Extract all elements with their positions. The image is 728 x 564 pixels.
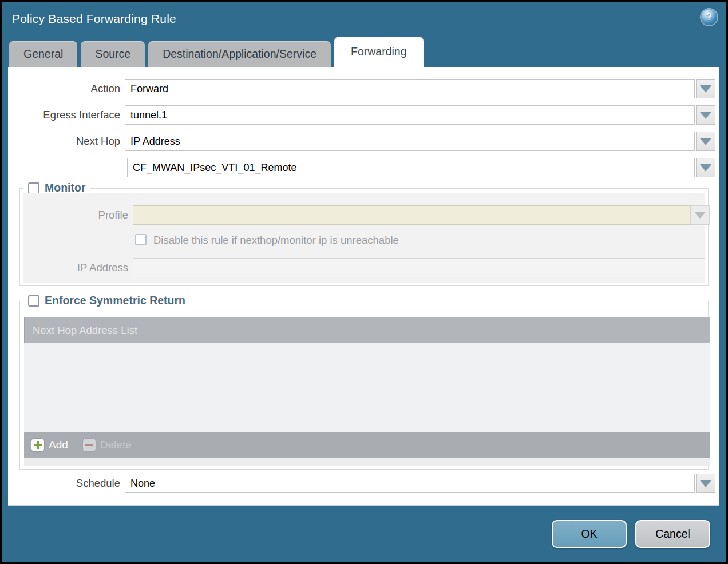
chevron-down-icon xyxy=(700,138,711,145)
symmetric-return-group: Enforce Symmetric Return Next Hop Addres… xyxy=(19,301,709,470)
monitor-profile-dropdown-trigger xyxy=(690,205,710,225)
tab-general[interactable]: General xyxy=(9,41,77,67)
monitor-checkbox[interactable] xyxy=(28,182,39,194)
chevron-down-icon xyxy=(700,164,711,171)
grid-horizontal-scrollbar[interactable] xyxy=(24,458,710,466)
egress-interface-dropdown-trigger[interactable] xyxy=(696,105,715,125)
tab-destination-application-service[interactable]: Destination/Application/Service xyxy=(148,41,331,67)
symmetric-return-group-label: Enforce Symmetric Return xyxy=(45,294,185,307)
enforce-symmetric-return-checkbox[interactable] xyxy=(28,295,39,307)
chevron-down-icon xyxy=(700,85,711,92)
next-hop-address-combobox[interactable]: CF_MWAN_IPsec_VTI_01_Remote xyxy=(127,158,695,177)
chevron-down-icon xyxy=(700,112,711,118)
action-dropdown-trigger[interactable] xyxy=(696,79,715,98)
grid-column-header[interactable]: Next Hop Address List xyxy=(24,317,710,343)
minus-icon xyxy=(83,439,96,451)
egress-interface-label: Egress Interface xyxy=(8,105,120,125)
action-label: Action xyxy=(8,79,120,98)
schedule-combobox[interactable]: None xyxy=(125,474,695,493)
add-button[interactable]: Add xyxy=(31,439,68,451)
disable-rule-label: Disable this rule if nexthop/monitor ip … xyxy=(153,233,399,247)
help-icon[interactable]: ? xyxy=(701,9,717,25)
tab-bar: General Source Destination/Application/S… xyxy=(9,37,424,67)
monitor-profile-combobox xyxy=(133,205,690,225)
dialog-title: Policy Based Forwarding Rule xyxy=(12,12,176,26)
symmetric-return-legend: Enforce Symmetric Return xyxy=(23,294,190,307)
ok-button[interactable]: OK xyxy=(552,520,627,548)
action-combobox[interactable]: Forward xyxy=(125,79,695,98)
next-hop-label: Next Hop xyxy=(8,132,120,151)
next-hop-type-dropdown-trigger[interactable] xyxy=(696,132,715,151)
schedule-dropdown-trigger[interactable] xyxy=(696,474,715,493)
egress-interface-combobox[interactable]: tunnel.1 xyxy=(125,105,695,125)
monitor-group: Monitor Profile Disable this rule if nex… xyxy=(19,188,709,286)
profile-label: Profile xyxy=(23,205,128,225)
next-hop-type-combobox[interactable]: IP Address xyxy=(125,132,695,151)
monitor-ip-address-input xyxy=(133,258,705,277)
next-hop-address-grid: Next Hop Address List Add Delete xyxy=(24,317,710,466)
dialog-surface: Policy Based Forwarding Rule ? General S… xyxy=(2,2,726,562)
schedule-label: Schedule xyxy=(8,474,120,493)
tab-forwarding[interactable]: Forwarding xyxy=(334,37,424,67)
grid-toolbar: Add Delete xyxy=(24,432,710,458)
policy-based-forwarding-dialog: Policy Based Forwarding Rule ? General S… xyxy=(0,0,728,564)
add-button-label: Add xyxy=(49,439,68,451)
monitor-ip-address-label: IP Address xyxy=(23,258,128,277)
cancel-button[interactable]: Cancel xyxy=(635,520,710,548)
plus-icon xyxy=(31,439,44,451)
disable-rule-checkbox xyxy=(135,234,147,245)
forwarding-tab-panel: Action Forward Egress Interface tunnel.1… xyxy=(8,67,719,506)
monitor-panel: Profile Disable this rule if nexthop/mon… xyxy=(23,193,705,283)
tab-source[interactable]: Source xyxy=(81,41,145,67)
grid-body-empty[interactable] xyxy=(24,343,710,432)
chevron-down-icon xyxy=(700,480,711,487)
delete-button: Delete xyxy=(83,439,132,451)
delete-button-label: Delete xyxy=(100,439,132,451)
monitor-group-label: Monitor xyxy=(45,181,85,194)
next-hop-address-dropdown-trigger[interactable] xyxy=(696,158,715,177)
monitor-legend: Monitor xyxy=(23,181,90,194)
chevron-down-icon xyxy=(694,212,706,219)
help-glyph: ? xyxy=(706,12,712,22)
